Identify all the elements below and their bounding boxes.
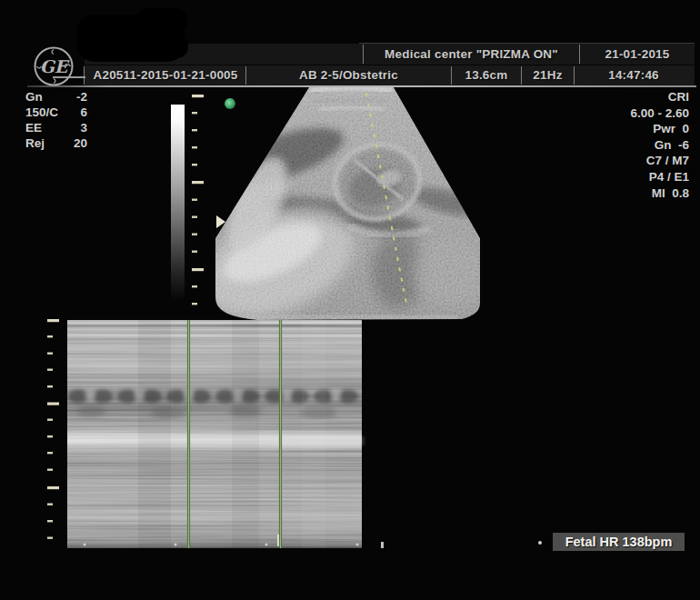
depth-ruler-b-mode [192,95,204,305]
hr-label-dot [538,541,542,545]
probe-marker-icon [225,98,235,109]
grayscale-bar [171,105,185,301]
exam-time: 14:47:46 [575,66,693,85]
patient-name-redaction [159,35,188,58]
exam-id: A20511-2015-01-21-0005 [85,66,245,85]
param-cri: CRI [630,90,689,106]
time-scale-mark [381,542,384,548]
right-parameter-block: CRI 6.00 - 2.60 Pwr 0 Gn -6 C7 / M7 P4 /… [630,90,689,202]
ultrasound-screen: GE Medical center "PRIZMA ON" 21-01-2015… [0,0,700,600]
depth-ruler-m-mode [47,319,59,539]
b-mode-image [185,80,491,337]
header-top-line [359,43,695,44]
left-parameter-block: Gn-2 150/C6 EE3 Rej20 [25,90,87,152]
header-separator [84,66,85,85]
exam-date: 21-01-2015 [580,45,695,64]
probe-preset: AB 2-5/Obstetric [246,66,451,85]
param-persistence: P4 / E1 [630,170,689,186]
param-mechanical-index: MI 0.8 [630,186,689,203]
m-mode-trace [67,320,362,548]
param-frequency-range: 6.00 - 2.60 [630,106,689,123]
param-dynamic-range: 150/C6 [25,105,87,121]
depth-value: 13.6cm [452,66,521,85]
facility-name: Medical center "PRIZMA ON" [364,45,579,64]
param-gain: Gn-2 [25,90,87,105]
param-map: C7 / M7 [630,154,689,170]
param-power: Pwr 0 [630,122,689,138]
param-m-gain: Gn -6 [630,138,689,155]
svg-text:GE: GE [40,56,70,76]
ge-logo-icon: GE [30,43,77,90]
param-rejection: Rej20 [25,136,87,152]
imaging-area [0,0,700,600]
patient-name-redaction [136,8,187,34]
frame-rate: 21Hz [522,66,574,85]
header-bottom-line [27,85,696,87]
fetal-hr-readout: Fetal HR 138bpm [553,533,685,551]
param-edge-enhance: EE3 [25,121,87,136]
